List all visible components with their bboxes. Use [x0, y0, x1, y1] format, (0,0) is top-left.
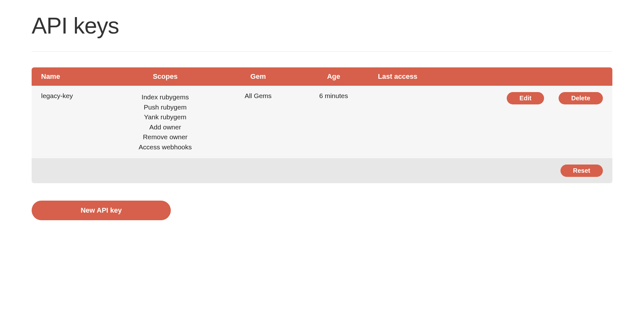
header-actions — [450, 67, 612, 86]
edit-button[interactable]: Edit — [507, 92, 544, 104]
table-row: legacy-key Index rubygems Push rubygem Y… — [32, 86, 612, 158]
scope-item: Access webhooks — [122, 142, 208, 152]
table-footer-row: Reset — [32, 158, 612, 183]
footer-cell: Reset — [32, 158, 612, 183]
header-gem: Gem — [218, 67, 299, 86]
cell-age: 6 minutes — [299, 86, 368, 158]
header-age: Age — [299, 67, 368, 86]
scope-item: Add owner — [122, 122, 208, 132]
cell-gem: All Gems — [218, 86, 299, 158]
cell-scopes: Index rubygems Push rubygem Yank rubygem… — [113, 86, 217, 158]
scope-item: Push rubygem — [122, 102, 208, 112]
new-api-key-button[interactable]: New API key — [32, 201, 171, 220]
scope-item: Index rubygems — [122, 92, 208, 102]
header-scopes: Scopes — [113, 67, 217, 86]
delete-button[interactable]: Delete — [559, 92, 603, 104]
scope-item: Yank rubygem — [122, 112, 208, 122]
divider — [32, 51, 612, 52]
cell-actions: Edit Delete — [450, 86, 612, 158]
api-keys-table: Name Scopes Gem Age Last access legacy-k… — [32, 67, 612, 183]
reset-button[interactable]: Reset — [560, 165, 603, 177]
table-header-row: Name Scopes Gem Age Last access — [32, 67, 612, 86]
new-key-container: New API key — [32, 201, 612, 220]
header-last-access: Last access — [368, 67, 450, 86]
scope-item: Remove owner — [122, 132, 208, 142]
page-title: API keys — [32, 13, 612, 39]
cell-name: legacy-key — [32, 86, 113, 158]
header-name: Name — [32, 67, 113, 86]
cell-last-access — [368, 86, 450, 158]
